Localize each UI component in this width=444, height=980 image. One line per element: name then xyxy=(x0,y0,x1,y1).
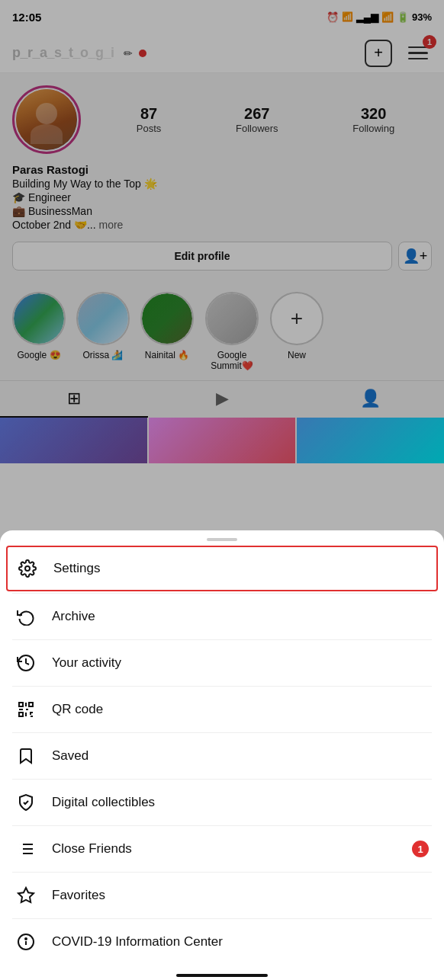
your-activity-label: Your activity xyxy=(52,655,121,671)
favorites-label: Favorites xyxy=(52,888,105,903)
menu-item-your-activity[interactable]: Your activity xyxy=(0,640,444,686)
menu-item-close-friends[interactable]: Close Friends 1 xyxy=(0,826,444,872)
bottom-sheet: Settings Archive Your activity xyxy=(0,530,444,980)
menu-item-saved[interactable]: Saved xyxy=(0,733,444,779)
svg-point-0 xyxy=(25,566,30,571)
menu-item-qr-code[interactable]: QR code xyxy=(0,687,444,732)
covid-info-label: COVID-19 Information Center xyxy=(52,934,223,950)
svg-rect-2 xyxy=(19,703,23,706)
archive-label: Archive xyxy=(52,609,95,624)
close-friends-icon xyxy=(15,838,37,860)
settings-label: Settings xyxy=(53,561,100,576)
menu-item-archive[interactable]: Archive xyxy=(0,594,444,639)
close-friends-label: Close Friends xyxy=(52,841,132,857)
svg-marker-11 xyxy=(18,888,34,902)
svg-point-13 xyxy=(25,938,27,940)
sheet-handle-area xyxy=(0,530,444,544)
sheet-handle xyxy=(207,538,237,541)
svg-rect-4 xyxy=(19,713,23,716)
settings-icon xyxy=(17,558,38,579)
archive-icon xyxy=(15,606,37,627)
digital-collectibles-label: Digital collectibles xyxy=(52,795,155,810)
menu-item-favorites[interactable]: Favorites xyxy=(0,873,444,918)
favorites-icon xyxy=(15,885,37,906)
qr-code-label: QR code xyxy=(52,702,103,717)
your-activity-icon xyxy=(15,652,37,674)
saved-icon xyxy=(15,745,37,767)
close-friends-badge: 1 xyxy=(412,841,429,857)
menu-item-covid-info[interactable]: COVID-19 Information Center xyxy=(0,919,444,965)
qr-code-icon xyxy=(15,699,37,720)
digital-collectibles-icon xyxy=(15,792,37,813)
menu-item-digital-collectibles[interactable]: Digital collectibles xyxy=(0,780,444,825)
svg-rect-3 xyxy=(29,703,33,706)
home-indicator xyxy=(176,974,268,977)
menu-item-settings[interactable]: Settings xyxy=(6,546,438,591)
covid-info-icon xyxy=(15,931,37,953)
saved-label: Saved xyxy=(52,748,88,764)
